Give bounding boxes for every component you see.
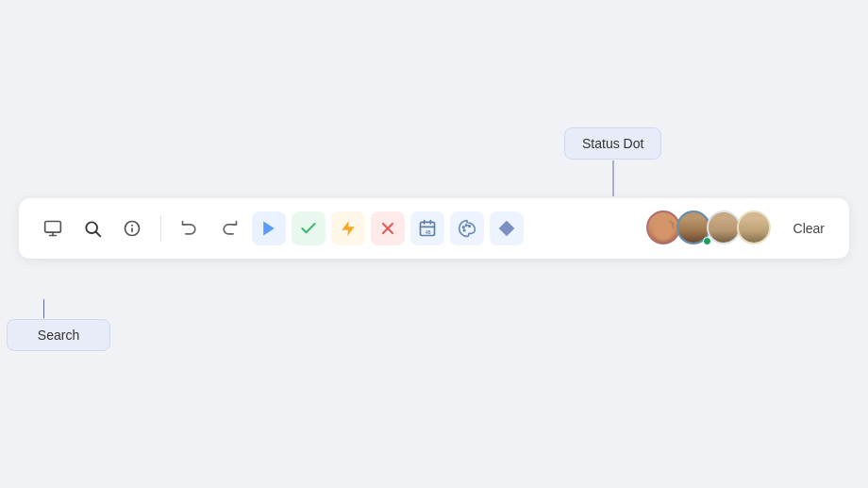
presentation-icon xyxy=(43,219,62,238)
approve-button[interactable] xyxy=(292,211,326,245)
svg-point-19 xyxy=(465,225,467,227)
shape-button[interactable] xyxy=(490,211,524,245)
avatar-face-1 xyxy=(648,212,678,243)
x-icon xyxy=(378,219,397,238)
undo-icon xyxy=(180,219,199,238)
schedule-button[interactable]: 45 xyxy=(410,211,444,245)
clear-label: Clear xyxy=(793,221,825,236)
status-dot-tooltip-label: Status Dot xyxy=(582,136,643,151)
toolbar-group-1 xyxy=(36,211,149,245)
play-button[interactable] xyxy=(252,211,286,245)
clear-button[interactable]: Clear xyxy=(786,217,832,240)
automate-button[interactable] xyxy=(331,211,365,245)
svg-rect-0 xyxy=(45,222,61,233)
info-button[interactable] xyxy=(115,211,149,245)
status-dot xyxy=(703,237,711,245)
svg-point-20 xyxy=(469,226,471,227)
calendar-icon: 45 xyxy=(418,219,437,238)
avatar-wrap-4 xyxy=(737,210,773,246)
toolbar: 45 xyxy=(19,198,849,259)
avatar-4[interactable] xyxy=(737,210,771,244)
svg-text:45: 45 xyxy=(426,229,431,235)
style-button[interactable] xyxy=(450,211,484,245)
svg-marker-21 xyxy=(499,221,515,237)
check-icon xyxy=(299,219,318,238)
redo-button[interactable] xyxy=(212,211,246,245)
reject-button[interactable] xyxy=(371,211,405,245)
svg-point-17 xyxy=(463,229,465,231)
search-tooltip: Search xyxy=(7,319,110,351)
avatars-group xyxy=(646,210,773,246)
play-icon xyxy=(259,219,278,238)
status-dot-tooltip: Status Dot xyxy=(564,127,661,160)
presentation-button[interactable] xyxy=(36,211,70,245)
avatar-face-4 xyxy=(739,212,769,243)
palette-icon xyxy=(458,219,476,238)
avatar-1[interactable] xyxy=(646,210,680,244)
svg-marker-9 xyxy=(342,221,354,237)
svg-line-4 xyxy=(96,232,101,237)
undo-button[interactable] xyxy=(173,211,207,245)
divider-1 xyxy=(160,215,161,242)
svg-marker-8 xyxy=(263,222,275,236)
avatar-face-3 xyxy=(709,212,739,243)
redo-icon xyxy=(220,219,239,238)
toolbar-group-2 xyxy=(173,211,246,245)
svg-point-18 xyxy=(462,227,464,228)
avatar-3[interactable] xyxy=(707,210,741,244)
diamond-icon xyxy=(497,219,516,238)
toolbar-group-3: 45 xyxy=(252,211,524,245)
search-icon xyxy=(83,219,102,238)
search-tooltip-label: Search xyxy=(38,328,79,343)
bolt-icon xyxy=(339,219,358,238)
search-button[interactable] xyxy=(75,211,109,245)
info-icon xyxy=(123,219,142,238)
